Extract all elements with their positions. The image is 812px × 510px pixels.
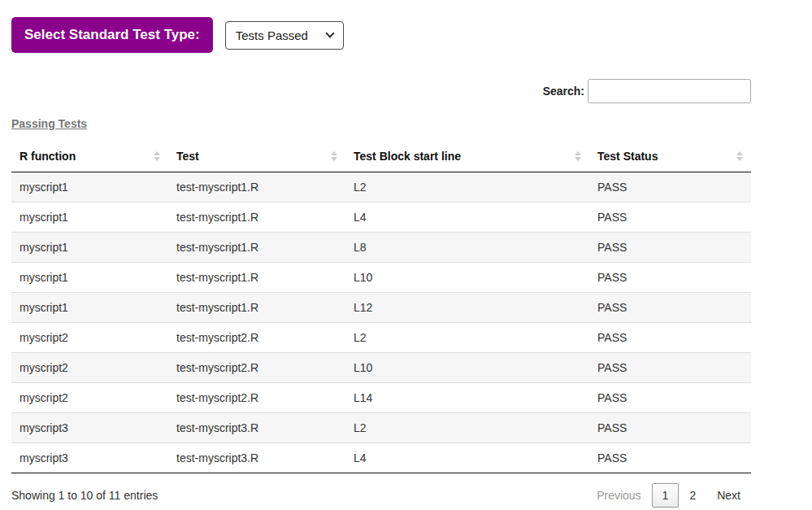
table-row[interactable]: myscript3test-myscript3.RL4PASS [11, 443, 751, 473]
test-type-label: Select Standard Test Type: [11, 17, 213, 53]
table-cell: test-myscript1.R [168, 203, 345, 233]
table-row[interactable]: myscript1test-myscript1.RL2PASS [11, 172, 751, 203]
column-header-test-block-start-line[interactable]: Test Block start line [345, 141, 589, 172]
column-header-test-status[interactable]: Test Status [589, 141, 751, 172]
table-cell: test-myscript3.R [168, 443, 345, 473]
test-type-controls: Select Standard Test Type: Tests Passed [11, 17, 751, 53]
table-cell: myscript3 [11, 413, 168, 443]
table-cell: test-myscript2.R [168, 383, 345, 413]
table-cell: L4 [345, 203, 589, 233]
sort-icon [154, 151, 160, 161]
table-cell: test-myscript1.R [168, 293, 345, 323]
table-cell: L2 [345, 172, 589, 203]
previous-page-button[interactable]: Previous [586, 483, 651, 508]
page-button-1[interactable]: 1 [652, 483, 680, 508]
table-cell: test-myscript1.R [168, 233, 345, 263]
chevron-down-icon [325, 28, 334, 37]
next-page-button[interactable]: Next [706, 483, 751, 508]
search-label: Search: [543, 85, 584, 98]
table-cell: L10 [345, 353, 589, 383]
table-cell: myscript3 [11, 443, 168, 473]
table-cell: L10 [345, 263, 589, 293]
table-cell: myscript1 [11, 203, 168, 233]
table-cell: PASS [589, 443, 751, 473]
section-link-wrap: Passing Tests [11, 117, 751, 130]
search-bar: Search: [11, 79, 751, 103]
table-cell: L12 [345, 293, 589, 323]
column-header-label: R function [20, 150, 76, 163]
table-cell: PASS [589, 383, 751, 413]
pagination: Previous12Next [586, 483, 751, 508]
table-cell: PASS [589, 413, 751, 443]
passing-tests-link[interactable]: Passing Tests [11, 117, 87, 130]
table-row[interactable]: myscript3test-myscript3.RL2PASS [11, 413, 751, 443]
table-cell: PASS [589, 323, 751, 353]
table-cell: test-myscript2.R [168, 353, 345, 383]
table-cell: PASS [589, 233, 751, 263]
test-type-select-value: Tests Passed [236, 28, 308, 42]
search-input[interactable] [588, 79, 751, 103]
passing-tests-table: R functionTestTest Block start lineTest … [11, 141, 751, 473]
page: Select Standard Test Type: Tests Passed … [11, 0, 751, 508]
table-row[interactable]: myscript2test-myscript2.RL14PASS [11, 383, 751, 413]
table-cell: L8 [345, 233, 589, 263]
table-row[interactable]: myscript1test-myscript1.RL12PASS [11, 293, 751, 323]
table-cell: PASS [589, 353, 751, 383]
table-cell: PASS [589, 263, 751, 293]
test-type-select[interactable]: Tests Passed [225, 21, 344, 50]
table-cell: myscript2 [11, 353, 168, 383]
column-header-test[interactable]: Test [168, 141, 345, 172]
table-cell: test-myscript2.R [168, 323, 345, 353]
table-row[interactable]: myscript2test-myscript2.RL10PASS [11, 353, 751, 383]
table-body: myscript1test-myscript1.RL2PASSmyscript1… [11, 172, 751, 473]
table-cell: L4 [345, 443, 589, 473]
table-row[interactable]: myscript2test-myscript2.RL2PASS [11, 323, 751, 353]
table-cell: PASS [589, 203, 751, 233]
column-header-label: Test Status [597, 150, 658, 163]
table-cell: PASS [589, 172, 751, 203]
column-header-label: Test [176, 150, 199, 163]
table-cell: PASS [589, 293, 751, 323]
table-cell: myscript1 [11, 233, 168, 263]
table-cell: test-myscript3.R [168, 413, 345, 443]
table-row[interactable]: myscript1test-myscript1.RL8PASS [11, 233, 751, 263]
table-cell: myscript2 [11, 383, 168, 413]
table-cell: test-myscript1.R [168, 263, 345, 293]
column-header-label: Test Block start line [354, 150, 461, 163]
sort-icon [331, 151, 337, 161]
sort-icon [575, 151, 581, 161]
table-header-row: R functionTestTest Block start lineTest … [11, 141, 751, 172]
column-header-r-function[interactable]: R function [11, 141, 168, 172]
table-cell: myscript1 [11, 263, 168, 293]
table-cell: myscript1 [11, 172, 168, 203]
table-cell: myscript1 [11, 293, 168, 323]
table-cell: test-myscript1.R [168, 172, 345, 203]
table-footer: Showing 1 to 10 of 11 entries Previous12… [11, 483, 751, 508]
table-cell: L14 [345, 383, 589, 413]
entries-info: Showing 1 to 10 of 11 entries [11, 489, 158, 502]
table-cell: L2 [345, 413, 589, 443]
table-row[interactable]: myscript1test-myscript1.RL4PASS [11, 203, 751, 233]
table-cell: myscript2 [11, 323, 168, 353]
sort-icon [736, 151, 743, 161]
table-row[interactable]: myscript1test-myscript1.RL10PASS [11, 263, 751, 293]
table-cell: L2 [345, 323, 589, 353]
page-button-2[interactable]: 2 [679, 483, 706, 508]
